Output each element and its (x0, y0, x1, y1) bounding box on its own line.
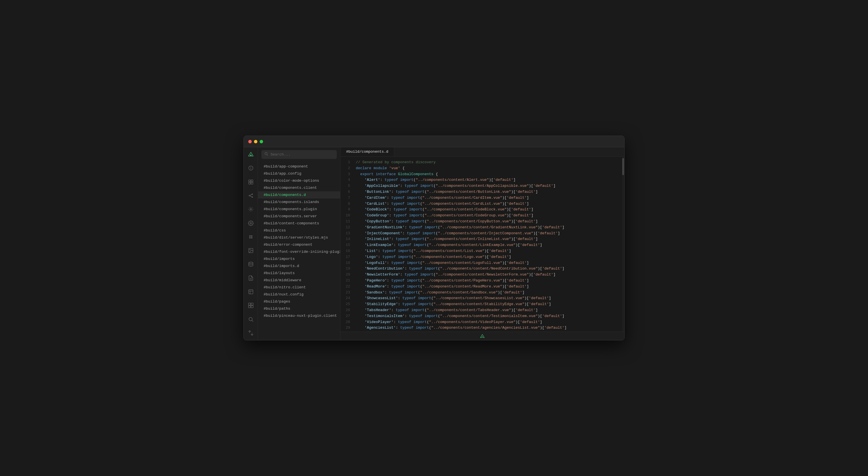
api-activity-icon[interactable] (246, 232, 256, 241)
nuxt-logo-bottom (480, 334, 485, 339)
file-list: #build/app-component#build/app.config#bu… (258, 162, 340, 340)
sidebar-file-item[interactable]: #build/imports.d (258, 262, 340, 269)
sidebar-file-item[interactable]: #build/components.islands (258, 198, 340, 205)
code-line: declare module 'vue' { (355, 165, 622, 171)
svg-line-11 (250, 196, 252, 197)
line-number: 29 (340, 325, 350, 331)
sidebar-file-item[interactable]: #build/dist/server/styles.mjs (258, 234, 340, 241)
svg-rect-27 (249, 289, 253, 294)
editor: #build/components.d 12345678910111213141… (340, 147, 624, 340)
code-line: 'List': typeof import("../components/con… (355, 248, 622, 254)
document-activity-icon[interactable] (246, 274, 256, 282)
plugins-activity-icon[interactable] (246, 205, 256, 214)
line-number: 24 (340, 295, 350, 302)
storage-activity-icon[interactable] (246, 260, 256, 268)
settings-activity-icon[interactable] (246, 219, 256, 227)
line-number: 4 (340, 177, 350, 183)
svg-rect-4 (251, 180, 253, 182)
line-number: 12 (340, 225, 350, 231)
code-line: 'Sandbox': typeof import("../components/… (355, 290, 622, 296)
code-lines: // Generated by components discoverydecl… (355, 160, 622, 331)
sidebar-file-item[interactable]: #build/components.d (258, 191, 340, 198)
code-line: 'NewsletterForm': typeof import("../comp… (355, 272, 622, 278)
sidebar-file-item[interactable]: #build/layouts (258, 269, 340, 277)
svg-rect-30 (248, 303, 251, 306)
sidebar-file-item[interactable]: #build/pages (258, 298, 340, 305)
status-bar (340, 331, 624, 340)
line-number: 14 (340, 236, 350, 242)
code-line: 'InjectComponent': typeof import("../com… (355, 231, 622, 236)
info-activity-icon[interactable] (246, 164, 256, 172)
sidebar-file-item[interactable]: #build/components.client (258, 184, 340, 191)
svg-point-17 (251, 237, 252, 238)
sidebar-file-item[interactable]: #build/middleware (258, 277, 340, 284)
extension-activity-icon[interactable] (246, 329, 256, 337)
code-line: 'VideoPlayer': typeof import("../compone… (355, 319, 622, 325)
line-number: 13 (340, 231, 350, 236)
search-bar (258, 147, 340, 162)
sidebar-file-item[interactable]: #build/app-component (258, 163, 340, 170)
sidebar-file-item[interactable]: #build/components.server (258, 213, 340, 220)
minimize-button[interactable] (254, 140, 257, 143)
line-number: 20 (340, 272, 350, 278)
code-line: 'CopyButton': typeof import("../componen… (355, 219, 622, 225)
image-activity-icon[interactable] (246, 246, 256, 255)
line-number: 28 (340, 319, 350, 325)
line-number: 1 (340, 160, 350, 165)
app-window: #build/app-component#build/app.config#bu… (243, 136, 625, 340)
line-number: 17 (340, 254, 350, 260)
editor-tab-active[interactable]: #build/components.d (340, 147, 394, 156)
line-number: 16 (340, 248, 350, 254)
code-line: 'CardList': typeof import("../components… (355, 201, 622, 207)
svg-point-34 (249, 317, 252, 321)
line-number: 27 (340, 313, 350, 319)
line-number: 21 (340, 278, 350, 284)
line-number: 3 (340, 171, 350, 178)
sidebar-file-item[interactable]: #build/error-component (258, 241, 340, 248)
titlebar (244, 136, 624, 147)
code-line: 'Logo': typeof import("../components/con… (355, 254, 622, 260)
search-input[interactable] (271, 152, 334, 157)
search-activity-icon[interactable] (246, 315, 256, 323)
fullscreen-button[interactable] (260, 140, 263, 143)
sidebar-file-item[interactable]: #build/imports (258, 255, 340, 262)
editor-scrollbar[interactable] (622, 157, 624, 331)
sidebar-file-item[interactable]: #build/content-components (258, 220, 340, 227)
sidebar-file-item[interactable]: #build/color-mode-options (258, 177, 340, 184)
components-activity-icon[interactable] (246, 178, 256, 186)
nuxt-logo-activity-icon[interactable] (246, 150, 256, 159)
editor-content[interactable]: 1234567891011121314151617181920212223242… (340, 157, 622, 331)
sidebar-file-item[interactable]: #build/app.config (258, 170, 340, 177)
code-line: // Generated by components discovery (355, 160, 622, 165)
svg-point-13 (250, 222, 251, 224)
sidebar-file-item[interactable]: #build/font-override-inlining-plugin.ser… (258, 248, 340, 255)
sidebar-file-item[interactable]: #build/nitro.client (258, 284, 340, 291)
svg-rect-32 (248, 306, 251, 308)
line-number: 8 (340, 201, 350, 207)
sidebar-file-item[interactable]: #build/css (258, 227, 340, 234)
sidebar-file-item[interactable]: #build/nuxt.config (258, 291, 340, 298)
svg-point-23 (249, 249, 250, 250)
code-line: 'LinkExample': typeof import("../compone… (355, 242, 622, 248)
svg-point-7 (249, 195, 250, 196)
line-number: 26 (340, 307, 350, 313)
svg-rect-6 (251, 182, 253, 184)
svg-point-8 (252, 194, 253, 194)
sidebar-file-item[interactable]: #build/paths (258, 305, 340, 312)
sidebar-file-item[interactable]: #build/pinceau-nuxt-plugin.client (258, 312, 340, 319)
search-input-wrap[interactable] (261, 150, 337, 159)
traffic-lights (248, 140, 263, 143)
code-line: 'StabilityEdge': typeof import("../compo… (355, 302, 622, 307)
code-line: 'TestimonialsItem': typeof import("../co… (355, 313, 622, 319)
sidebar: #build/app-component#build/app.config#bu… (258, 147, 340, 340)
svg-line-37 (267, 155, 268, 156)
svg-point-14 (249, 235, 250, 236)
line-numbers: 1234567891011121314151617181920212223242… (340, 160, 355, 331)
svg-point-16 (249, 237, 250, 238)
grid-activity-icon[interactable] (246, 301, 256, 310)
close-button[interactable] (248, 140, 252, 143)
layout-activity-icon[interactable] (246, 287, 256, 296)
svg-point-24 (249, 262, 253, 263)
connections-activity-icon[interactable] (246, 191, 256, 200)
sidebar-file-item[interactable]: #build/components.plugin (258, 205, 340, 213)
